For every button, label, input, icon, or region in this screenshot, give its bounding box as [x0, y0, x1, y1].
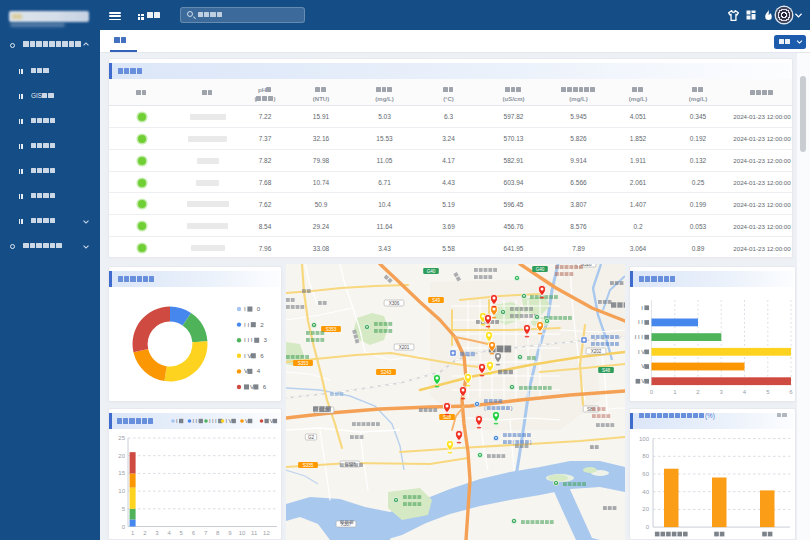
- svg-text:12: 12: [263, 530, 270, 536]
- svg-text:I: I: [176, 418, 178, 424]
- svg-text:0: 0: [257, 305, 261, 312]
- svg-text:I: I: [196, 418, 198, 424]
- svg-text:G40: G40: [427, 269, 436, 274]
- svg-text:4: 4: [743, 389, 747, 395]
- svg-text:X306: X306: [389, 301, 400, 306]
- svg-text:80: 80: [642, 453, 649, 459]
- svg-text:6: 6: [789, 389, 793, 395]
- svg-text:0: 0: [646, 524, 650, 530]
- svg-text:3: 3: [264, 336, 268, 343]
- svg-text:I: I: [244, 321, 246, 328]
- svg-text:15: 15: [118, 470, 125, 476]
- svg-text:4: 4: [167, 530, 171, 536]
- svg-text:I: I: [209, 418, 211, 424]
- svg-text:S353: S353: [298, 361, 309, 366]
- svg-text:I: I: [244, 336, 246, 343]
- svg-text:3: 3: [720, 389, 724, 395]
- svg-text:9: 9: [228, 530, 232, 536]
- svg-text:40: 40: [642, 489, 649, 495]
- svg-text:I: I: [193, 418, 195, 424]
- svg-text:20: 20: [118, 453, 125, 459]
- svg-text:I: I: [244, 352, 246, 359]
- svg-text:2: 2: [696, 389, 700, 395]
- svg-text:4: 4: [257, 367, 261, 374]
- svg-text:I: I: [226, 418, 228, 424]
- svg-text:S28: S28: [443, 415, 452, 420]
- svg-text:G2: G2: [308, 435, 315, 440]
- svg-text:S48: S48: [602, 368, 611, 373]
- svg-text:60: 60: [642, 471, 649, 477]
- svg-text:3: 3: [155, 530, 159, 536]
- svg-text:11: 11: [251, 530, 258, 536]
- svg-text:5: 5: [122, 506, 126, 512]
- svg-text:2: 2: [260, 321, 264, 328]
- svg-text:I: I: [244, 305, 246, 312]
- svg-text:1: 1: [131, 530, 135, 536]
- svg-text:X202: X202: [591, 349, 602, 354]
- svg-text:I: I: [212, 418, 214, 424]
- svg-text:7: 7: [204, 530, 208, 536]
- svg-text:6: 6: [260, 352, 264, 359]
- svg-text:5: 5: [766, 389, 770, 395]
- svg-text:X201: X201: [399, 345, 410, 350]
- svg-text:5: 5: [180, 530, 184, 536]
- svg-text:I: I: [635, 334, 637, 340]
- svg-text:I: I: [638, 349, 640, 355]
- svg-text:25: 25: [118, 435, 125, 441]
- svg-text:2: 2: [143, 530, 147, 536]
- svg-text:1: 1: [673, 389, 677, 395]
- svg-text:I: I: [638, 334, 640, 340]
- svg-text:100: 100: [639, 436, 650, 442]
- svg-text:I: I: [641, 334, 643, 340]
- svg-text:I: I: [215, 418, 217, 424]
- svg-text:S353: S353: [326, 327, 337, 332]
- svg-text:8: 8: [216, 530, 220, 536]
- svg-text:0: 0: [122, 524, 126, 530]
- svg-text:20: 20: [642, 506, 649, 512]
- svg-text:I: I: [638, 319, 640, 325]
- svg-text:G40: G40: [536, 267, 545, 272]
- svg-text:I: I: [251, 336, 253, 343]
- svg-text:I: I: [641, 319, 643, 325]
- svg-text:6: 6: [192, 530, 196, 536]
- svg-text:I: I: [247, 336, 249, 343]
- svg-text:S243: S243: [381, 370, 392, 375]
- svg-text:S49: S49: [432, 298, 441, 303]
- svg-text:6: 6: [263, 383, 267, 390]
- svg-text:I: I: [641, 305, 643, 311]
- svg-text:S335: S335: [303, 463, 314, 468]
- svg-text:10: 10: [118, 488, 125, 494]
- svg-text:I: I: [247, 321, 249, 328]
- svg-text:0: 0: [650, 389, 654, 395]
- svg-text:10: 10: [239, 530, 246, 536]
